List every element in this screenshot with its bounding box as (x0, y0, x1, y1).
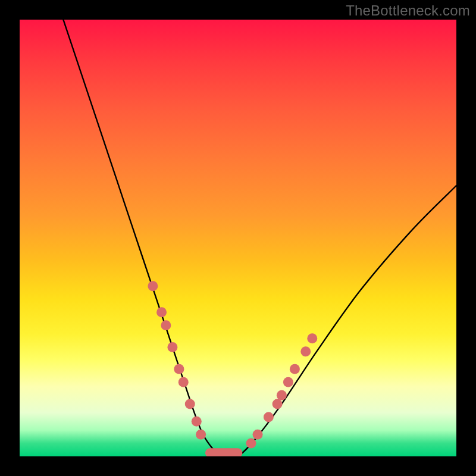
marker-dot (246, 438, 256, 448)
marker-dot (300, 346, 311, 356)
marker-dot (283, 377, 293, 387)
marker-dot (185, 399, 195, 409)
markers-layer (148, 281, 317, 448)
marker-dot (148, 281, 158, 291)
plot-area (20, 20, 456, 456)
marker-dot (156, 307, 167, 317)
marker-dot (192, 416, 202, 427)
marker-dot (264, 412, 274, 422)
chart-svg (20, 20, 456, 456)
marker-dot (174, 364, 184, 374)
chart-frame: TheBottleneck.com (0, 0, 476, 476)
marker-dot (273, 399, 283, 409)
marker-dot (307, 333, 317, 343)
flat-bottom-bar (205, 448, 242, 456)
watermark-text: TheBottleneck.com (346, 2, 470, 19)
marker-dot (196, 430, 206, 440)
curve-layer (63, 20, 456, 456)
marker-dot (161, 320, 171, 330)
bottleneck-curve (63, 20, 456, 456)
marker-dot (290, 364, 300, 374)
marker-dot (253, 430, 263, 440)
marker-dot (178, 377, 189, 387)
marker-dot (167, 342, 177, 352)
flat-bar-layer (205, 448, 242, 456)
marker-dot (277, 390, 287, 400)
